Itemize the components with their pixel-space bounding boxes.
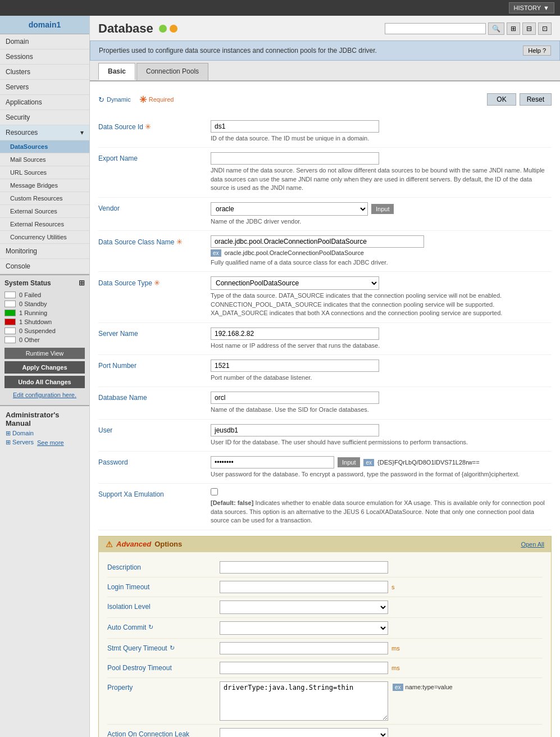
sidebar-sub-message-bridges[interactable]: Message Bridges — [0, 179, 89, 192]
adv-field-property: driverType:java.lang.String=thin ex name… — [220, 681, 543, 721]
input-db-name[interactable] — [211, 392, 379, 404]
ok-button-top[interactable]: OK — [487, 93, 516, 106]
adv-row-property: Property driverType:java.lang.String=thi… — [107, 678, 543, 725]
system-status-expand-icon[interactable]: ⊞ — [79, 279, 85, 287]
icon-button-2[interactable]: ⊟ — [522, 22, 536, 35]
label-user: User — [98, 424, 211, 434]
desc-db-name: Name of the database. Use the SID for Or… — [211, 406, 552, 414]
form-row-server-name: Server Name Host name or IP address of t… — [98, 323, 552, 355]
sidebar-sub-external-sources[interactable]: External Sources — [0, 205, 89, 218]
advanced-form: Description Login Timeout s — [99, 552, 551, 737]
advanced-text: Advanced — [116, 540, 151, 548]
icon-button-1[interactable]: ⊞ — [507, 22, 520, 35]
status-row-running: 1 Running — [4, 308, 85, 317]
input-pool-destroy[interactable] — [220, 662, 388, 674]
edit-config-link[interactable]: Edit configuration here. — [4, 388, 85, 402]
form-row-export-name: Export Name JNDI name of the data source… — [98, 148, 552, 197]
select-source-type[interactable]: ConnectionPoolDataSource DataSource XADa… — [211, 276, 379, 290]
runtime-view-button[interactable]: Runtime View — [4, 348, 85, 359]
required-indicator: ✳ Required — [139, 94, 174, 105]
form-row-xa-emulation: Support Xa Emulation [Default: false] In… — [98, 484, 552, 530]
sidebar-item-resources[interactable]: Resources ▾ — [0, 125, 89, 140]
admin-manual-panel: Administrator's Manual ⊞ Domain ⊞ Server… — [0, 405, 89, 451]
search-input[interactable] — [385, 23, 486, 34]
history-arrow: ▼ — [543, 4, 549, 11]
status-box-shutdown — [4, 319, 16, 325]
history-label: HISTORY — [514, 4, 541, 11]
sidebar-sub-concurrency[interactable]: Concurrency Utilities — [0, 231, 89, 244]
sidebar-item-sessions[interactable]: Sessions — [0, 49, 89, 65]
sidebar-item-servers[interactable]: Servers — [0, 80, 89, 95]
select-vendor[interactable]: oracle mysql db2 sybase — [211, 202, 368, 216]
apply-changes-button[interactable]: Apply Changes — [4, 361, 85, 374]
sidebar-item-console[interactable]: Console — [0, 259, 89, 274]
desc-port: Port number of the database listener. — [211, 374, 552, 382]
admin-manual-servers-link[interactable]: ⊞ Servers — [6, 439, 34, 446]
system-status-panel: System Status ⊞ 0 Failed 0 Standby 1 Run… — [0, 274, 89, 405]
reset-button-top[interactable]: Reset — [520, 93, 552, 106]
search-button[interactable]: 🔍 — [488, 22, 504, 35]
chevron-down-icon: ▾ — [80, 129, 84, 137]
input-password[interactable] — [211, 456, 334, 468]
checkbox-xa-emulation[interactable] — [211, 488, 218, 495]
see-more-link[interactable]: See more — [37, 439, 64, 446]
adv-row-pool-destroy: Pool Destroy Timeout ms — [107, 658, 543, 678]
sidebar-sub-datasources[interactable]: DataSources — [0, 140, 89, 153]
form-row-port: Port Number Port number of the database … — [98, 355, 552, 387]
sidebar-item-domain[interactable]: Domain — [0, 34, 89, 49]
field-db-name: Name of the database. Use the SID for Or… — [211, 392, 552, 414]
input-server-name[interactable] — [211, 327, 379, 340]
input-description[interactable] — [220, 561, 388, 574]
input-export-name[interactable] — [211, 152, 379, 165]
input-class-name[interactable] — [211, 235, 424, 248]
field-class-name: ex oracle.jdbc.pool.OracleConnectionPool… — [211, 235, 552, 267]
undo-changes-button[interactable]: Undo All Changes — [4, 376, 85, 388]
sidebar-item-security[interactable]: Security — [0, 110, 89, 125]
sidebar-sub-url-sources[interactable]: URL Sources — [0, 166, 89, 179]
select-isolation[interactable]: READ_UNCOMMITTED READ_COMMITTED REPEATAB… — [220, 600, 388, 614]
hint-login-timeout: s — [391, 584, 395, 590]
vendor-input-button[interactable]: Input — [371, 204, 394, 214]
select-auto-commit[interactable]: true false — [220, 621, 388, 635]
adv-field-connection-leak: NONE CLOSE DESTROY — [220, 728, 543, 737]
textarea-property[interactable]: driverType:java.lang.String=thin — [220, 681, 388, 721]
sidebar-sub-external-resources[interactable]: External Resources — [0, 218, 89, 231]
sidebar-domain[interactable]: domain1 — [0, 16, 89, 34]
password-input-button[interactable]: Input — [338, 457, 360, 467]
label-server-name: Server Name — [98, 327, 211, 338]
sidebar-item-clusters[interactable]: Clusters — [0, 65, 89, 80]
adv-row-login-timeout: Login Timeout s — [107, 577, 543, 597]
auto-commit-sync-icon[interactable]: ↻ — [148, 624, 153, 631]
adv-label-login-timeout: Login Timeout — [107, 581, 220, 591]
adv-label-query-timeout: Stmt Query Timeout ↻ — [107, 642, 220, 652]
open-all-link[interactable]: Open All — [521, 541, 544, 548]
admin-manual-domain-link[interactable]: ⊞ Domain — [6, 430, 84, 437]
desc-server-name: Host name or IP address of the server th… — [211, 342, 552, 350]
sidebar-sub-custom-resources[interactable]: Custom Resources — [0, 192, 89, 205]
input-query-timeout[interactable] — [220, 642, 388, 654]
field-vendor: oracle mysql db2 sybase Input Name of th… — [211, 202, 552, 226]
field-user: User ID for the database. The user shoul… — [211, 424, 552, 447]
sidebar-item-monitoring[interactable]: Monitoring — [0, 244, 89, 259]
sidebar-sub-mail-sources[interactable]: Mail Sources — [0, 153, 89, 166]
input-login-timeout[interactable] — [220, 581, 388, 593]
form-row-password: Password Input ex {DES}FQrLbQ/D8O1lDVS71… — [98, 452, 552, 484]
history-button[interactable]: HISTORY ▼ — [509, 2, 554, 13]
label-class-name: Data Source Class Name ✳ — [98, 235, 211, 246]
adv-field-pool-destroy: ms — [220, 662, 543, 674]
sidebar-item-applications[interactable]: Applications — [0, 95, 89, 110]
input-user[interactable] — [211, 424, 379, 436]
tab-basic[interactable]: Basic — [98, 63, 135, 80]
input-port[interactable] — [211, 360, 379, 372]
input-datasource-id[interactable] — [211, 120, 379, 133]
label-vendor: Vendor — [98, 202, 211, 212]
adv-field-auto-commit: true false — [220, 621, 543, 635]
label-port: Port Number — [98, 360, 211, 370]
query-timeout-sync-icon[interactable]: ↻ — [170, 644, 175, 652]
page-title: Database — [98, 21, 153, 36]
select-connection-leak[interactable]: NONE CLOSE DESTROY — [220, 728, 388, 737]
help-button[interactable]: Help ? — [523, 46, 551, 56]
label-db-name: Database Name — [98, 392, 211, 402]
icon-button-3[interactable]: ⊡ — [538, 22, 552, 35]
tab-connection-pools[interactable]: Connection Pools — [136, 63, 208, 80]
